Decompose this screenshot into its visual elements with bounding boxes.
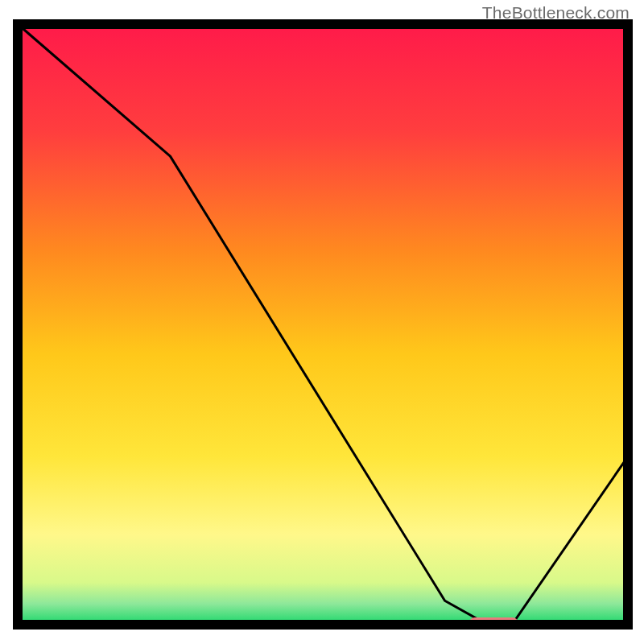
gradient-background: [18, 24, 628, 625]
watermark-text: TheBottleneck.com: [482, 3, 630, 23]
bottleneck-chart: [0, 0, 644, 644]
chart-container: TheBottleneck.com: [0, 0, 644, 644]
